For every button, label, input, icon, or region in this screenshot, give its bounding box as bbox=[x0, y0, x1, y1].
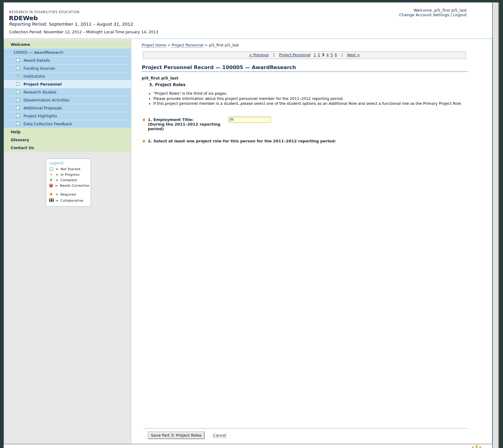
sidebar-item-100005-awardresearch[interactable]: 100005 — AwardResearch bbox=[4, 49, 131, 56]
next-page-link[interactable]: Next > bbox=[347, 53, 360, 57]
change-account-settings-link[interactable]: Change Account Settings bbox=[399, 13, 449, 17]
links-separator: | bbox=[450, 13, 452, 17]
sidebar-item-additional-proposals[interactable]: Additional Proposals bbox=[4, 104, 131, 112]
sidebar-nav: Welcome100005 — AwardResearchAward Detai… bbox=[4, 39, 131, 152]
equals-sign: = bbox=[56, 193, 58, 196]
main-area: Welcome100005 — AwardResearchAward Detai… bbox=[4, 39, 492, 444]
sidebar-item-project-personnel[interactable]: Project Personnel bbox=[4, 80, 131, 88]
legend-row-complete: ✔=Complete bbox=[49, 178, 88, 182]
instruction-item: Please provide information about this pr… bbox=[153, 97, 480, 101]
sidebar-item-label: Project Personnel bbox=[24, 82, 62, 86]
in-progress-icon: ✎ bbox=[49, 173, 53, 176]
required-icon: ✱ bbox=[142, 118, 146, 122]
not-started-icon bbox=[50, 167, 53, 171]
current-page-number: 3 bbox=[322, 53, 324, 57]
right-gutter bbox=[493, 2, 499, 448]
sidebar-item-label: Project Highlights bbox=[24, 114, 57, 118]
legend-row-not-started: =Not Started bbox=[49, 167, 88, 171]
sidebar-item-award-details[interactable]: Award Details bbox=[4, 57, 131, 64]
equals-sign: = bbox=[56, 178, 58, 182]
sidebar-item-project-highlights[interactable]: Project Highlights bbox=[4, 112, 131, 120]
page-number-links: 123456 bbox=[313, 53, 338, 57]
legend-label: Required bbox=[60, 193, 76, 196]
sidebar-item-label: Dissemination Activities bbox=[24, 98, 69, 102]
legend-label: Collaborative bbox=[60, 199, 83, 202]
legend-label: In Progress bbox=[60, 173, 79, 176]
breadcrumb-separator: > bbox=[167, 43, 170, 47]
collaborative-icon bbox=[49, 198, 54, 203]
equals-sign: = bbox=[56, 173, 58, 176]
pagination-bar: < Previous | Project Personnel 123456 | … bbox=[143, 51, 466, 59]
sidebar-item-label: Glossary bbox=[11, 138, 29, 142]
collection-period: Collection Period: November 12, 2012 – M… bbox=[9, 30, 158, 34]
instructions-list: "Project Roles" is the third of six page… bbox=[153, 91, 480, 107]
section-heading: 3. Project Roles bbox=[149, 82, 185, 87]
app-title: RDEWeb bbox=[9, 14, 38, 22]
cancel-link[interactable]: Cancel bbox=[213, 433, 226, 438]
not-started-icon bbox=[16, 106, 20, 109]
legend-marker-items: ✱=Required=Collaborative bbox=[49, 192, 88, 203]
bottom-divider bbox=[4, 444, 492, 444]
logout-link[interactable]: Logout bbox=[453, 13, 467, 17]
equals-sign: = bbox=[55, 184, 58, 187]
not-started-icon bbox=[16, 90, 20, 94]
sidebar-item-help[interactable]: Help bbox=[4, 128, 131, 136]
employment-title-label: 1. Employment Title: (During the 2011–20… bbox=[148, 117, 220, 131]
sidebar-item-label: 100005 — AwardResearch bbox=[13, 50, 63, 55]
sidebar-item-dissemination-activities[interactable]: Dissemination Activities bbox=[4, 96, 131, 104]
legend-row-collaborative: =Collaborative bbox=[49, 198, 88, 203]
brand-label: RESEARCH IN DISABILITIES EDUCATION bbox=[9, 10, 80, 14]
sidebar-item-label: Help bbox=[11, 130, 20, 134]
needs-correction-icon: ✗ bbox=[49, 184, 53, 187]
sidebar-item-label: Data Collection Feedback bbox=[24, 122, 72, 126]
breadcrumb-project-home[interactable]: Project Home bbox=[142, 43, 166, 48]
breadcrumb-separator: > bbox=[205, 43, 208, 47]
sidebar-item-contact-us[interactable]: Contact Us bbox=[4, 144, 131, 152]
person-name: pi5_first pi5_last bbox=[142, 76, 178, 80]
sidebar: Welcome100005 — AwardResearchAward Detai… bbox=[4, 39, 131, 444]
sidebar-item-institutions[interactable]: ✎Institutions bbox=[4, 72, 131, 80]
legend-row-required: ✱=Required bbox=[49, 192, 88, 196]
save-button[interactable]: Save Part 3: Project Roles bbox=[148, 432, 204, 439]
employment-title-input[interactable] bbox=[229, 117, 271, 123]
sidebar-item-glossary[interactable]: Glossary bbox=[4, 136, 131, 144]
legend-label: Complete bbox=[60, 178, 77, 182]
sidebar-item-label: Award Details bbox=[24, 58, 50, 63]
legend-row-in-progress: ✎=In Progress bbox=[49, 173, 88, 176]
sidebar-item-label: Additional Proposals bbox=[24, 106, 62, 110]
project-personnel-link[interactable]: Project Personnel bbox=[279, 53, 311, 57]
sidebar-item-label: Funding Sources bbox=[24, 66, 55, 71]
legend-label: Needs Correction bbox=[60, 184, 89, 187]
page-number-link[interactable]: 2 bbox=[318, 53, 320, 57]
equals-sign: = bbox=[56, 199, 58, 202]
sidebar-item-label: Contact Us bbox=[11, 145, 34, 150]
required-icon: ✱ bbox=[142, 139, 146, 144]
page: RESEARCH IN DISABILITIES EDUCATION RDEWe… bbox=[4, 2, 492, 448]
reporting-period: Reporting Period: September 1, 2011 – Au… bbox=[9, 22, 133, 27]
breadcrumb-pi5-first-pi5-last: pi5_first pi5_last bbox=[209, 43, 239, 47]
footer-actions: Save Part 3: Project Roles Cancel bbox=[148, 432, 226, 439]
not-started-icon bbox=[16, 122, 20, 125]
sidebar-item-research-studies[interactable]: Research Studies bbox=[4, 88, 131, 96]
not-started-icon bbox=[16, 58, 20, 62]
sidebar-item-welcome[interactable]: Welcome bbox=[4, 41, 131, 48]
not-started-icon bbox=[16, 82, 20, 86]
page-number-link[interactable]: 6 bbox=[335, 53, 337, 57]
page-number-link[interactable]: 5 bbox=[330, 53, 333, 57]
page-number-link[interactable]: 4 bbox=[326, 53, 329, 57]
footer-divider bbox=[144, 428, 468, 428]
equals-sign: = bbox=[56, 167, 58, 171]
not-started-icon bbox=[16, 66, 20, 70]
previous-page-link[interactable]: < Previous bbox=[249, 53, 269, 57]
breadcrumb-project-personnel[interactable]: Project Personnel bbox=[172, 43, 203, 48]
instruction-item: If this project personnel member is a st… bbox=[153, 101, 480, 106]
page-number-link[interactable]: 1 bbox=[314, 53, 316, 57]
pagination-separator: | bbox=[273, 53, 275, 57]
legend-title: Legend bbox=[49, 161, 88, 165]
sidebar-item-funding-sources[interactable]: Funding Sources bbox=[4, 64, 131, 72]
sidebar-item-label: Institutions bbox=[24, 74, 45, 79]
in-progress-icon: ✎ bbox=[16, 74, 20, 78]
legend-row-needs-correction: ✗=Needs Correction bbox=[49, 184, 88, 187]
not-started-icon bbox=[16, 114, 20, 117]
sidebar-item-data-collection-feedback[interactable]: Data Collection Feedback bbox=[4, 120, 131, 128]
